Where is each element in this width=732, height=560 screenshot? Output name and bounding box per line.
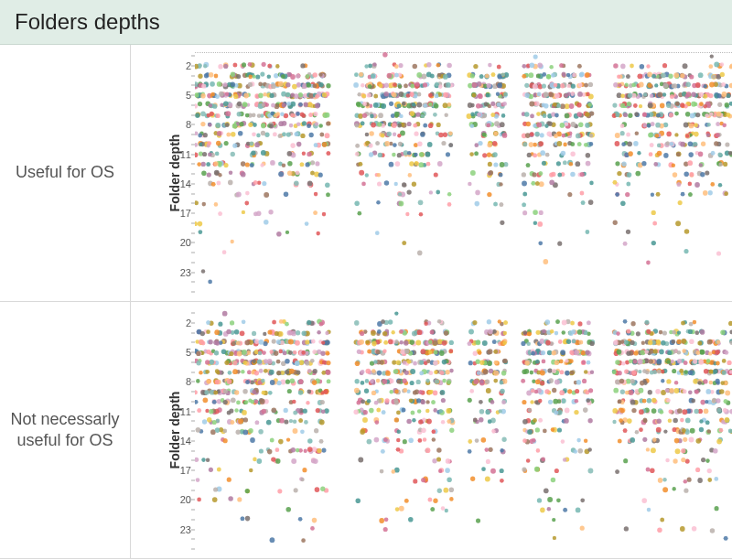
svg-point-176 [572, 73, 576, 78]
svg-point-3434 [395, 507, 400, 512]
svg-point-210 [318, 72, 323, 77]
svg-point-2589 [612, 370, 617, 374]
svg-point-1469 [488, 162, 492, 167]
svg-point-923 [669, 113, 673, 117]
svg-point-1114 [296, 123, 301, 127]
svg-point-3410 [544, 488, 549, 493]
svg-point-1230 [534, 132, 539, 137]
svg-point-347 [647, 83, 651, 88]
svg-point-3304 [484, 447, 489, 452]
svg-point-2618 [684, 370, 688, 374]
svg-point-2365 [684, 361, 688, 365]
svg-point-1140 [309, 133, 314, 137]
svg-point-3426 [433, 499, 437, 503]
y-tick-14: 14 [180, 436, 191, 447]
svg-point-1667 [222, 311, 228, 317]
svg-point-3129 [289, 419, 293, 423]
svg-point-1510 [201, 170, 206, 176]
svg-point-1143 [325, 133, 330, 138]
svg-point-2862 [469, 389, 474, 393]
svg-point-883 [685, 112, 690, 117]
svg-point-2423 [629, 359, 633, 363]
svg-point-992 [642, 113, 647, 117]
y-tick-17: 17 [180, 465, 191, 476]
svg-point-1373 [392, 153, 396, 157]
svg-point-1174 [525, 133, 530, 138]
svg-point-3438 [399, 506, 404, 512]
svg-point-2243 [659, 350, 663, 355]
svg-point-207 [312, 72, 317, 78]
svg-point-1647 [684, 229, 689, 234]
svg-point-3249 [642, 437, 647, 442]
svg-point-1562 [531, 181, 535, 186]
svg-point-1067 [326, 121, 330, 125]
svg-point-3459 [270, 537, 275, 543]
svg-point-2964 [244, 400, 249, 404]
svg-point-1344 [482, 153, 487, 157]
plot-useful[interactable] [195, 45, 732, 301]
svg-point-61 [242, 62, 246, 67]
svg-point-2136 [288, 350, 293, 355]
svg-point-976 [416, 113, 421, 117]
svg-point-3375 [392, 469, 396, 474]
svg-point-412 [709, 82, 715, 88]
plot-not-useful[interactable] [195, 302, 732, 558]
svg-point-2991 [374, 401, 379, 405]
svg-point-2593 [501, 371, 506, 376]
svg-point-2975 [251, 400, 255, 404]
svg-point-55 [426, 62, 431, 68]
svg-point-2312 [559, 360, 564, 364]
svg-point-3082 [583, 407, 587, 413]
svg-point-3061 [197, 408, 201, 413]
svg-point-2819 [262, 391, 266, 395]
svg-point-2583 [371, 369, 376, 373]
svg-point-2246 [376, 350, 381, 354]
svg-point-1362 [657, 151, 662, 156]
svg-point-1524 [359, 170, 364, 176]
svg-point-1560 [307, 181, 313, 187]
svg-point-1580 [522, 191, 527, 196]
svg-point-211 [712, 75, 716, 80]
svg-point-1394 [540, 150, 545, 156]
svg-point-3455 [657, 528, 662, 533]
svg-point-852 [444, 113, 448, 118]
svg-point-2158 [581, 350, 586, 355]
svg-point-904 [358, 113, 362, 119]
svg-point-1620 [354, 200, 359, 206]
svg-point-1858 [430, 330, 435, 335]
svg-point-2132 [357, 350, 361, 354]
svg-point-794 [356, 102, 361, 107]
svg-point-3071 [651, 408, 657, 414]
svg-point-3200 [449, 428, 454, 433]
svg-point-3089 [612, 420, 616, 424]
svg-point-1477 [250, 163, 254, 167]
svg-point-1296 [522, 142, 527, 146]
svg-point-305 [415, 82, 420, 87]
svg-point-1631 [322, 212, 327, 217]
svg-point-2949 [575, 399, 579, 404]
svg-point-2560 [205, 370, 210, 374]
svg-point-1994 [578, 339, 583, 344]
svg-point-1304 [322, 142, 327, 147]
svg-point-2150 [547, 350, 552, 356]
svg-point-815 [242, 102, 248, 107]
svg-point-52 [530, 62, 535, 68]
svg-point-970 [391, 113, 395, 118]
svg-point-3087 [209, 409, 213, 414]
svg-point-3014 [723, 408, 727, 413]
svg-point-3376 [522, 468, 526, 472]
svg-point-2563 [679, 369, 684, 373]
svg-point-3028 [284, 408, 288, 413]
svg-point-628 [571, 92, 575, 96]
svg-point-212 [720, 72, 725, 77]
svg-point-991 [477, 113, 481, 117]
svg-point-1136 [231, 132, 235, 137]
svg-point-2498 [446, 370, 450, 374]
svg-point-3330 [673, 458, 677, 463]
svg-point-2241 [196, 351, 200, 356]
svg-point-2859 [307, 390, 311, 394]
svg-point-1457 [213, 161, 218, 166]
svg-point-1995 [482, 340, 488, 346]
svg-point-354 [258, 82, 263, 87]
svg-point-1 [382, 52, 387, 58]
